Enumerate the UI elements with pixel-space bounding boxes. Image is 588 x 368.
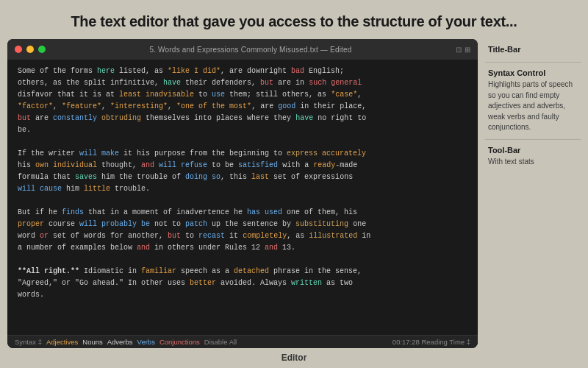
reading-time: 00:17:28 Reading Time ‡ [392, 338, 470, 346]
conjunctions-toggle[interactable]: Conjunctions [159, 338, 200, 346]
editor-window: 5. Words and Expressions Commonly Misuse… [7, 39, 478, 348]
header-title: The text editor that gave you access to … [44, 13, 544, 30]
sidebar-toolbar-label: Tool-Bar [488, 146, 578, 155]
paragraph-4: **All right.** Idiomatic in familiar spe… [18, 266, 467, 301]
adverbs-toggle[interactable]: Adverbs [107, 338, 133, 346]
bottom-editor-label: Editor [0, 348, 588, 367]
title-bar: 5. Words and Expressions Commonly Misuse… [7, 39, 478, 60]
sidebar-section-toolbar: Tool-Bar With text stats [485, 140, 581, 174]
disable-all-button[interactable]: Disable All [204, 338, 237, 346]
maximize-button[interactable] [38, 46, 46, 53]
sidebar: Title-Bar Syntax Control Highlights part… [485, 39, 581, 348]
title-bar-controls: ⊡ ⊞ [456, 46, 470, 54]
window-ctrl-1[interactable]: ⊡ [456, 46, 462, 54]
sidebar-section-syntax: Syntax Control Highlights parts of speec… [485, 63, 581, 140]
nouns-toggle[interactable]: Nouns [82, 338, 102, 346]
verbs-toggle[interactable]: Verbs [137, 338, 155, 346]
sidebar-toolbar-desc: With text stats [488, 157, 578, 168]
paragraph-1: Some of the forms here listed, as *like … [18, 66, 467, 136]
header: The text editor that gave you access to … [0, 0, 588, 39]
sidebar-title-bar-label: Title-Bar [488, 45, 578, 54]
minimize-button[interactable] [26, 46, 34, 53]
app-container: The text editor that gave you access to … [0, 0, 588, 367]
adjectives-toggle[interactable]: Adjectives [46, 338, 78, 346]
syntax-label[interactable]: Syntax ‡ [15, 338, 42, 346]
main-layout: 5. Words and Expressions Commonly Misuse… [0, 39, 588, 348]
sidebar-section-titlebar: Title-Bar [485, 39, 581, 63]
window-ctrl-2[interactable]: ⊞ [465, 46, 470, 54]
close-button[interactable] [15, 46, 22, 53]
file-name: 5. Words and Expressions Commonly Misuse… [50, 46, 451, 54]
syntax-toolbar: Syntax ‡ Adjectives Nouns Adverbs Verbs … [7, 335, 478, 348]
sidebar-syntax-label: Syntax Control [488, 68, 578, 77]
paragraph-2: If the writer will make it his purpose f… [18, 148, 467, 195]
paragraph-3: But if he finds that in a moment of inad… [18, 207, 467, 254]
editor-content[interactable]: Some of the forms here listed, as *like … [7, 60, 478, 335]
sidebar-syntax-desc: Highlights parts of speech so you can fi… [488, 79, 578, 133]
